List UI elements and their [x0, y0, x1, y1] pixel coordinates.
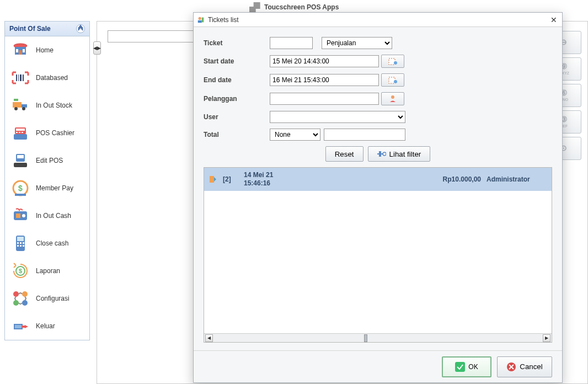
pelanggan-picker-button[interactable] — [381, 92, 404, 105]
svg-point-55 — [383, 152, 386, 156]
end-date-input[interactable] — [270, 74, 379, 86]
sidebar-item-label: Configurasi — [36, 295, 70, 302]
pelanggan-label: Pelanggan — [204, 95, 270, 103]
svg-rect-22 — [17, 155, 24, 158]
svg-rect-44 — [22, 326, 26, 328]
svg-rect-19 — [22, 132, 23, 133]
sidebar-item-terminal[interactable]: Close cash — [5, 230, 89, 257]
home-icon — [8, 39, 33, 62]
sidebar-item-config[interactable]: Configurasi — [5, 285, 89, 312]
svg-point-27 — [22, 214, 25, 217]
start-date-input[interactable] — [270, 55, 379, 67]
svg-rect-32 — [23, 242, 24, 244]
svg-rect-56 — [210, 176, 214, 183]
ticket-user: Administrator — [487, 175, 547, 183]
sidebar-item-home[interactable]: Home — [5, 36, 89, 64]
sidebar-item-label: Member Pay — [36, 184, 73, 192]
end-date-picker-button[interactable] — [381, 73, 404, 87]
svg-point-38 — [13, 291, 19, 297]
total-input[interactable] — [324, 129, 405, 141]
report-icon: $ — [8, 259, 33, 282]
chevron-up-icon[interactable] — [76, 24, 85, 33]
sidebar-item-report[interactable]: $Laporan — [5, 257, 89, 285]
svg-rect-20 — [14, 163, 27, 167]
ticket-label: Ticket — [204, 39, 270, 47]
sidebar-item-label: POS Cashier — [36, 129, 74, 137]
register-icon — [8, 121, 33, 145]
svg-point-12 — [14, 107, 18, 110]
svg-text:$: $ — [19, 268, 22, 274]
ok-button[interactable]: OK — [442, 356, 491, 377]
svg-rect-5 — [19, 50, 22, 55]
reset-button[interactable]: Reset — [325, 146, 364, 162]
sidebar-title: Point Of Sale — [9, 25, 51, 33]
barcode-icon — [8, 66, 33, 89]
svg-point-40 — [13, 300, 19, 306]
sidebar-item-exit[interactable]: Keluar — [5, 312, 89, 340]
svg-rect-54 — [379, 151, 381, 157]
user-label: User — [204, 113, 270, 121]
sidebar-item-label: Laporan — [36, 267, 60, 275]
editpos-icon — [8, 149, 33, 172]
scroll-thumb[interactable] — [364, 334, 367, 342]
dialog-title: Tickets list — [208, 16, 239, 24]
svg-rect-18 — [19, 132, 20, 133]
svg-rect-9 — [23, 74, 24, 81]
total-operator-select[interactable]: None — [270, 129, 320, 141]
dialog-titlebar: Tickets list ✕ — [194, 13, 562, 27]
start-date-picker-button[interactable] — [381, 55, 404, 68]
svg-rect-26 — [16, 214, 20, 218]
horizontal-scrollbar[interactable]: ◀ ▶ — [204, 333, 552, 342]
sidebar: Point Of Sale HomeDatabasedIn Out StockP… — [4, 21, 90, 340]
close-icon[interactable]: ✕ — [549, 15, 559, 25]
svg-rect-10 — [13, 102, 22, 108]
svg-rect-57 — [455, 362, 465, 372]
svg-point-13 — [22, 107, 25, 110]
sidebar-item-label: Databased — [36, 74, 68, 82]
sidebar-item-member[interactable]: $Member Pay — [5, 174, 89, 202]
svg-rect-47 — [202, 17, 204, 22]
scroll-left-icon[interactable]: ◀ — [205, 334, 213, 342]
ticket-input[interactable] — [270, 37, 313, 49]
svg-text:$: $ — [18, 184, 23, 193]
svg-rect-30 — [17, 242, 19, 244]
sidebar-item-barcode[interactable]: Databased — [5, 64, 89, 92]
search-input[interactable] — [108, 30, 196, 42]
svg-point-39 — [22, 291, 28, 297]
tickets-list-dialog: Tickets list ✕ Ticket Penjualan Start da… — [193, 12, 563, 383]
scroll-right-icon[interactable]: ▶ — [543, 334, 550, 342]
truck-icon — [8, 94, 33, 117]
type-select[interactable]: Penjualan — [322, 37, 392, 49]
user-select[interactable] — [270, 111, 405, 123]
svg-point-41 — [22, 300, 28, 306]
sidebar-item-label: Keluar — [36, 322, 55, 330]
ticket-icon — [209, 175, 217, 184]
cash-icon — [8, 204, 33, 227]
sidebar-item-register[interactable]: POS Cashier — [5, 119, 89, 147]
collapse-handle[interactable]: ◀▶ — [93, 41, 101, 55]
ticket-row[interactable]: [2] 14 Mei 21 15:46:16 Rp10.000,00 Admin… — [204, 168, 552, 191]
cancel-button[interactable]: Cancel — [497, 356, 552, 377]
sidebar-item-label: In Out Stock — [36, 102, 72, 109]
exit-icon — [8, 314, 33, 338]
sidebar-header[interactable]: Point Of Sale — [5, 22, 89, 36]
sidebar-item-editpos[interactable]: Edit POS — [5, 147, 89, 174]
svg-point-52 — [391, 95, 394, 99]
lihat-filter-button[interactable]: Lihat filter — [368, 146, 431, 162]
total-label: Total — [204, 131, 270, 138]
svg-rect-8 — [20, 74, 22, 81]
cancel-icon — [506, 362, 516, 372]
svg-rect-6 — [16, 74, 17, 81]
sidebar-item-truck[interactable]: In Out Stock — [5, 92, 89, 119]
ticket-datetime: 14 Mei 21 15:46:16 — [244, 171, 338, 188]
sidebar-item-cash[interactable]: In Out Cash — [5, 202, 89, 230]
svg-rect-34 — [20, 245, 22, 247]
sidebar-item-label: Close cash — [36, 239, 68, 247]
pelanggan-input[interactable] — [270, 93, 379, 105]
dialog-footer: OK Cancel — [194, 350, 562, 382]
svg-rect-33 — [17, 245, 19, 247]
config-icon — [8, 287, 33, 310]
svg-rect-29 — [17, 237, 24, 241]
app-title: Toucschreen POS Apps — [0, 2, 588, 13]
scanner-icon — [249, 2, 260, 13]
